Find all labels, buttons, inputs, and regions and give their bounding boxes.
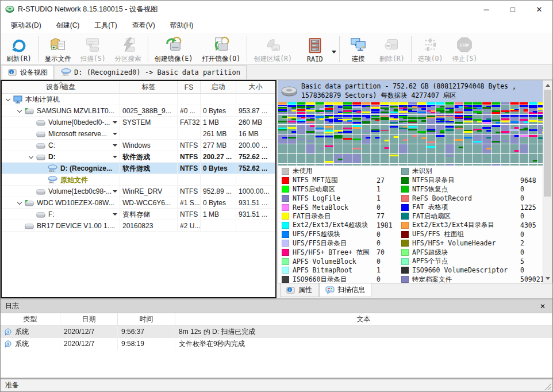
legend-swatch — [401, 240, 409, 247]
log-title: 日志 — [5, 301, 19, 311]
toolbar-button-label: 创建镜像(E) — [155, 55, 193, 63]
scroll-up-icon[interactable] — [543, 80, 552, 90]
menu-drive[interactable]: 驱动器(D) — [4, 19, 48, 32]
table-row-volume-winre[interactable]: Volume{1ecb0c98-... WinRE_DRVNTFS952.89 … — [2, 186, 275, 197]
refresh-button[interactable]: 刷新(R) — [2, 34, 36, 64]
create-region-icon — [264, 36, 282, 54]
legend-item: ReFS BootRecord0 — [401, 194, 543, 203]
table-row-microsoft-reserved[interactable]: Microsoft reserve... 261 MB16 MB — [2, 128, 275, 140]
log-close-icon[interactable]: ✕ — [537, 302, 548, 310]
dropdown-icon[interactable] — [113, 121, 117, 124]
partition-search-button[interactable]: 分区搜索 — [110, 34, 146, 64]
expander-icon[interactable] — [14, 202, 25, 204]
create-image-button[interactable]: 创建镜像(E) — [150, 34, 198, 64]
table-row-volume-system[interactable]: Volume{0bedecf0-... SYSTEMFAT321 MB260 M… — [2, 117, 275, 128]
legend-column-right: 未识别 NTFS目录条目9648 NTFS恢复点0 ReFS BootRecor… — [401, 167, 543, 283]
table-row-drive-d[interactable]: D: 软件游戏NTFS200.27 ...752.62 ... — [2, 151, 275, 163]
legend-item: UFS/FFS超级块0 — [282, 230, 401, 239]
create-region-button[interactable]: 创建区域(R) — [249, 34, 297, 64]
stop-button[interactable]: STOP 停止(S) — [447, 34, 482, 64]
expander-icon[interactable] — [3, 98, 13, 101]
toolbar-separator — [148, 36, 148, 62]
title-bar: R-STUDIO Network 8.15.180015 - 设备视图 ─ □ … — [1, 1, 552, 18]
table-row-drive-c[interactable]: C: WindowsNTFS277 MB200.00 ... — [2, 140, 275, 151]
connect-button[interactable]: 连接 — [341, 34, 375, 64]
scan-button[interactable]: 扫描(S) — [76, 34, 110, 64]
log-row[interactable]: i系统 2020/12/7 9:56:37 8m 12s 的 D: 扫描已完成 — [1, 326, 552, 338]
close-button[interactable]: ✕ — [526, 1, 552, 18]
open-image-button[interactable]: 打开镜像(O) — [197, 34, 245, 64]
raid-button[interactable]: RAID — [297, 34, 337, 64]
column-header-device[interactable]: 设备/磁盘 — [2, 81, 120, 93]
maximize-button[interactable]: □ — [500, 1, 526, 18]
log-row[interactable]: i系统 2020/12/7 9:58:19 文件枚举在9秒内完成 — [1, 338, 552, 350]
log-column-time[interactable]: 时间 — [118, 313, 175, 325]
resize-grip[interactable] — [544, 383, 551, 390]
toolbar-button-label: RAID — [307, 55, 323, 63]
vertical-scrollbar[interactable] — [543, 80, 552, 283]
expander-icon[interactable] — [26, 156, 36, 158]
log-column-text[interactable]: 文本 — [175, 313, 552, 325]
disk-icon — [25, 107, 34, 114]
scroll-down-icon[interactable] — [543, 274, 552, 283]
device-name: Microsoft reserve... — [48, 128, 107, 139]
raid-dropdown-icon[interactable] — [332, 51, 336, 53]
tab-recognized-partition[interactable]: Rec. D: (Recognized0) -> Basic data part… — [55, 65, 247, 79]
toolbar-separator — [38, 36, 39, 62]
tab-device-view[interactable]: i 设备视图 — [2, 65, 54, 79]
legend-swatch — [401, 213, 409, 220]
column-header-size[interactable]: 大小 — [236, 81, 275, 93]
expander-icon[interactable] — [14, 110, 25, 112]
menu-tools[interactable]: 工具(T) — [87, 19, 124, 32]
dropdown-icon[interactable] — [113, 213, 117, 216]
dropdown-icon[interactable] — [113, 133, 117, 135]
scrollbar-thumb[interactable] — [544, 90, 551, 197]
table-row-drive-f[interactable]: F: 资料存储NTFS1 MB931.51 ... — [2, 209, 275, 220]
tab-scan-information[interactable]: 扫描信息 — [319, 283, 371, 297]
show-files-button[interactable]: 显示文件 — [40, 34, 76, 64]
legend-swatch — [401, 222, 409, 229]
column-header-label[interactable]: 标签 — [120, 81, 178, 93]
menu-create[interactable]: 创建(C) — [49, 19, 87, 32]
info-bubble-icon: i — [4, 340, 12, 348]
scrollbar-track[interactable] — [543, 90, 552, 274]
legend-swatch — [282, 186, 289, 193]
column-header-fs[interactable]: FS — [178, 81, 201, 93]
dropdown-icon[interactable] — [113, 144, 117, 147]
legend-swatch — [282, 276, 289, 283]
scan-info-icon — [325, 286, 335, 294]
window-title: R-STUDIO Network 8.15.180015 - 设备视图 — [18, 5, 158, 14]
svg-text:Rec.: Rec. — [49, 180, 56, 183]
minimize-button[interactable]: ─ — [473, 1, 500, 18]
volume-icon — [36, 130, 45, 137]
dropdown-icon[interactable] — [113, 156, 117, 158]
scan-block-map[interactable] — [278, 102, 543, 166]
legend-swatch — [282, 204, 289, 211]
tab-properties[interactable]: i 属性 — [280, 283, 318, 297]
table-row-wdc-disk[interactable]: WDC WD10EZEX-08W... WD-WCC6Y6...#1 S...0… — [2, 197, 275, 209]
options-button[interactable]: 选项(O) — [413, 34, 448, 64]
disk-3d-icon — [281, 84, 298, 97]
delete-button[interactable]: 删除(R) — [375, 34, 409, 64]
create-image-icon — [165, 36, 182, 54]
column-header-start[interactable]: 启动 — [201, 81, 236, 93]
table-row-raw-files[interactable]: Rec.原始文件 — [2, 174, 275, 186]
table-row-recognized-d[interactable]: Rec.D: (Recognize... 软件游戏NTFS0 Bytes752.… — [2, 163, 275, 174]
menu-help[interactable]: 帮助(H) — [163, 19, 201, 32]
table-row-local-computer[interactable]: 本地计算机 — [2, 94, 275, 105]
toolbar-button-label: 选项(O) — [418, 55, 443, 63]
log-column-date[interactable]: 日期 — [60, 313, 118, 325]
legend-swatch — [401, 267, 409, 274]
status-bar: 准备 — [1, 378, 552, 391]
log-column-type[interactable]: 类型 — [1, 313, 60, 325]
table-row-samsung-disk[interactable]: SAMSUNG MZVLB1T0... 0025_388B_9...#0 ...… — [2, 105, 275, 117]
dropdown-icon[interactable] — [113, 190, 117, 193]
tab-label: 设备视图 — [20, 68, 48, 78]
log-type: 系统 — [15, 326, 29, 338]
menu-view[interactable]: 查看(V) — [125, 19, 162, 32]
legend-item: FAT目录条目77 — [282, 212, 401, 221]
device-name: BR17 DEVICE V1.00 1.... — [37, 220, 115, 231]
legend-item: Ext2/Ext3/Ext4目录条目4305 — [401, 221, 543, 230]
table-row-br17-device[interactable]: BR17 DEVICE V1.00 1.... 20160823#2 U... — [2, 220, 275, 232]
legend-item: NTFS恢复点0 — [401, 185, 543, 194]
